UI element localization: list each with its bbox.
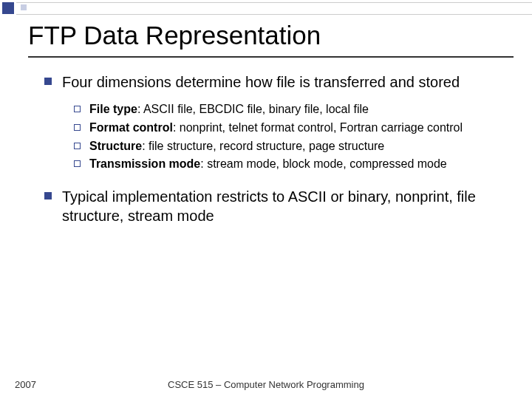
bullet-text: File type: ASCII file, EBCDIC file, bina… [89, 102, 369, 117]
hollow-square-bullet-icon [74, 143, 81, 149]
hollow-square-bullet-icon [74, 124, 81, 131]
slide-title: FTP Data Representation [28, 21, 321, 50]
square-icon [21, 4, 27, 10]
footer-year: 2007 [15, 379, 36, 390]
bullet-text: Transmission mode: stream mode, block mo… [89, 157, 447, 172]
sub-bullet-group: File type: ASCII file, EBCDIC file, bina… [74, 102, 502, 172]
bullet-text: Four dimensions determine how file is tr… [62, 72, 460, 92]
footer-course: CSCE 515 – Computer Network Programming [0, 379, 532, 390]
bullet-level2: Structure: file structure, record struct… [74, 139, 502, 154]
bullet-level1: Four dimensions determine how file is tr… [44, 72, 502, 92]
square-bullet-icon [44, 192, 52, 200]
slide-body: Four dimensions determine how file is tr… [44, 72, 502, 236]
square-icon [2, 2, 14, 14]
bullet-level2: Format control: nonprint, telnet format … [74, 120, 502, 136]
hollow-square-bullet-icon [74, 106, 81, 112]
bullet-level1: Typical implementation restricts to ASCI… [44, 187, 502, 225]
bullet-text: Structure: file structure, record struct… [89, 139, 384, 154]
hollow-square-bullet-icon [74, 160, 81, 167]
title-underline [28, 56, 514, 58]
bullet-level2: File type: ASCII file, EBCDIC file, bina… [74, 102, 502, 117]
bullet-text: Format control: nonprint, telnet format … [89, 120, 463, 136]
square-bullet-icon [44, 78, 52, 85]
slide-decoration [0, 0, 532, 21]
bullet-text: Typical implementation restricts to ASCI… [62, 187, 502, 225]
bullet-level2: Transmission mode: stream mode, block mo… [74, 157, 502, 172]
